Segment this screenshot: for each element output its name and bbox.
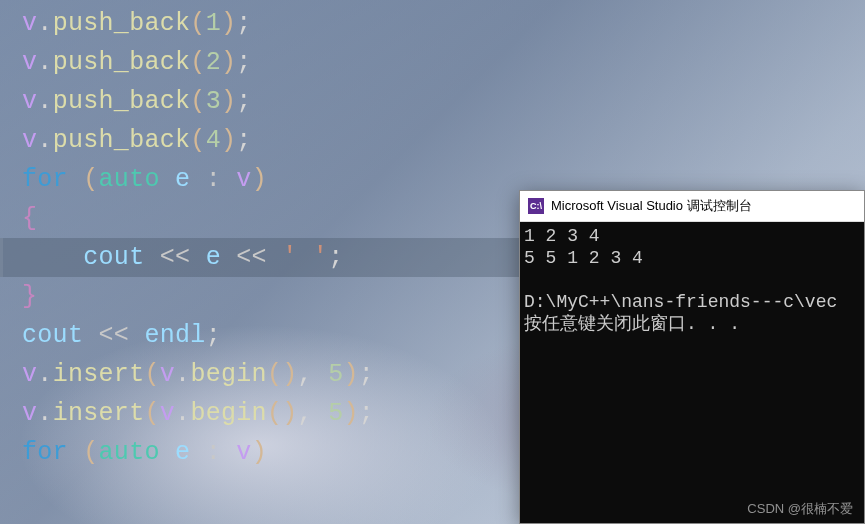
token-paren: ( <box>83 438 98 467</box>
token-fn: insert <box>53 360 145 389</box>
token-dot <box>144 243 159 272</box>
token-dot <box>160 165 175 194</box>
token-num: 4 <box>206 126 221 155</box>
token-num: 5 <box>328 360 343 389</box>
token-dot: . <box>175 399 190 428</box>
token-dot <box>313 360 328 389</box>
token-dot <box>68 165 83 194</box>
token-dot: . <box>37 360 52 389</box>
token-var: v <box>22 399 37 428</box>
code-line-3[interactable]: v.push_back(3); <box>22 82 865 121</box>
token-dot <box>68 438 83 467</box>
token-semi: ; <box>206 321 221 350</box>
token-paren: ) <box>252 438 267 467</box>
token-paren: ) <box>282 399 297 428</box>
token-dot <box>221 243 236 272</box>
token-dot <box>313 399 328 428</box>
token-op: << <box>99 321 130 350</box>
token-paren: ) <box>343 360 358 389</box>
token-fn: push_back <box>53 87 191 116</box>
token-op: << <box>160 243 191 272</box>
token-fn: push_back <box>53 9 191 38</box>
token-dot: . <box>37 87 52 116</box>
token-id: e <box>175 165 190 194</box>
token-id: e <box>175 438 190 467</box>
token-type: auto <box>99 438 160 467</box>
console-titlebar[interactable]: C:\ Microsoft Visual Studio 调试控制台 <box>520 191 864 222</box>
token-var: v <box>22 126 37 155</box>
token-var: v <box>22 48 37 77</box>
token-semi: ; <box>236 9 251 38</box>
token-paren: ( <box>267 399 282 428</box>
token-fn: push_back <box>53 48 191 77</box>
token-semi: ; <box>236 87 251 116</box>
token-id: endl <box>144 321 205 350</box>
console-title: Microsoft Visual Studio 调试控制台 <box>551 197 752 215</box>
token-dot <box>221 165 236 194</box>
token-paren: ) <box>221 48 236 77</box>
token-num: 1 <box>206 9 221 38</box>
token-kw: for <box>22 438 68 467</box>
token-fn: begin <box>190 399 267 428</box>
token-op: : <box>206 438 221 467</box>
token-dot: , <box>298 399 313 428</box>
token-id: e <box>206 243 221 272</box>
token-dot <box>190 165 205 194</box>
token-semi: ; <box>359 360 374 389</box>
token-paren: ) <box>343 399 358 428</box>
token-kw: for <box>22 165 68 194</box>
token-semi: ; <box>236 126 251 155</box>
token-dot <box>267 243 282 272</box>
token-op: : <box>206 165 221 194</box>
token-str: ' ' <box>282 243 328 272</box>
token-fn: push_back <box>53 126 191 155</box>
debug-console-window[interactable]: C:\ Microsoft Visual Studio 调试控制台 1 2 3 … <box>519 190 865 524</box>
token-num: 3 <box>206 87 221 116</box>
token-dot: , <box>298 360 313 389</box>
console-icon: C:\ <box>528 198 544 214</box>
code-line-1[interactable]: v.push_back(1); <box>22 4 865 43</box>
code-line-2[interactable]: v.push_back(2); <box>22 43 865 82</box>
token-dot: . <box>37 399 52 428</box>
token-var: v <box>22 87 37 116</box>
token-var: v <box>22 9 37 38</box>
token-paren: ) <box>221 9 236 38</box>
code-line-4[interactable]: v.push_back(4); <box>22 121 865 160</box>
token-var: v <box>160 399 175 428</box>
token-dot <box>190 438 205 467</box>
token-dot <box>190 243 205 272</box>
token-paren: ) <box>221 87 236 116</box>
token-paren: ( <box>190 9 205 38</box>
token-paren: ( <box>83 165 98 194</box>
token-fn: begin <box>190 360 267 389</box>
token-semi: ; <box>236 48 251 77</box>
token-paren: ( <box>190 126 205 155</box>
token-paren: ) <box>221 126 236 155</box>
token-dot <box>129 321 144 350</box>
token-type: auto <box>99 165 160 194</box>
token-paren: ( <box>190 87 205 116</box>
console-output[interactable]: 1 2 3 4 5 5 1 2 3 4 D:\MyC++\nans-friend… <box>520 222 864 523</box>
token-paren: ) <box>252 165 267 194</box>
token-var: v <box>236 165 251 194</box>
token-var: v <box>22 360 37 389</box>
token-var: v <box>236 438 251 467</box>
token-dot <box>83 321 98 350</box>
token-dot: . <box>37 48 52 77</box>
token-paren: ) <box>282 360 297 389</box>
token-paren: ( <box>144 360 159 389</box>
token-dot: . <box>37 126 52 155</box>
token-fn: insert <box>53 399 145 428</box>
token-num: 2 <box>206 48 221 77</box>
token-id: cout <box>83 243 144 272</box>
token-id: cout <box>22 321 83 350</box>
token-paren: ( <box>267 360 282 389</box>
token-paren: ( <box>190 48 205 77</box>
token-dot <box>22 243 83 272</box>
token-var: v <box>160 360 175 389</box>
token-dot <box>160 438 175 467</box>
token-dot <box>221 438 236 467</box>
token-brace: { <box>22 204 37 233</box>
token-paren: ( <box>144 399 159 428</box>
token-op: << <box>236 243 267 272</box>
